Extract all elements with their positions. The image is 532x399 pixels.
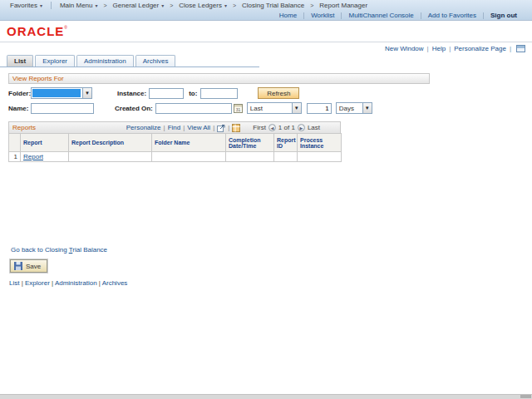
last-select[interactable]: Last ▼ (247, 102, 302, 114)
col-folder-name: Folder Name (152, 134, 226, 152)
folder-select[interactable]: ▼ (31, 87, 92, 99)
to-label: to: (189, 90, 197, 97)
save-button[interactable]: Save (10, 259, 47, 273)
reports-table: Report Report Description Folder Name Co… (8, 133, 342, 162)
main-menu-label: Main Menu (60, 2, 93, 9)
breadcrumb: Favorites ▾ Main Menu ▾ > General Ledger… (0, 0, 532, 11)
instance-label: Instance: (117, 90, 146, 97)
brand-bar: ORACLE® (0, 21, 532, 42)
tab-archives[interactable]: Archives (135, 55, 176, 66)
tab-administration[interactable]: Administration (76, 55, 134, 66)
go-back-text-end: rial Balance (72, 246, 107, 254)
footer-administration-link[interactable]: Administration (55, 279, 97, 287)
dropdown-arrow-icon[interactable]: ▼ (362, 103, 372, 113)
horizontal-scrollbar[interactable] (0, 394, 532, 399)
refresh-button[interactable]: Refresh (258, 87, 299, 99)
report-id-cell (274, 152, 298, 162)
table-row: 1 Report (9, 152, 342, 162)
save-icon (14, 262, 22, 270)
table-header-row: Report Report Description Folder Name Co… (9, 134, 342, 152)
close-ledgers-label: Close Ledgers (179, 2, 222, 9)
utility-separator: | (449, 45, 451, 52)
description-cell (69, 152, 152, 162)
name-input[interactable] (31, 103, 94, 114)
breadcrumb-main-menu[interactable]: Main Menu ▾ (57, 2, 101, 9)
filter-row-2: Name: Created On: 31 Last ▼ Days ▼ (8, 102, 430, 114)
breadcrumb-report-manager: Report Manager (316, 2, 371, 9)
footer-archives-link[interactable]: Archives (102, 279, 128, 287)
sign-out-link[interactable]: Sign out (484, 12, 524, 19)
folder-label: Folder: (8, 90, 31, 97)
worklist-link[interactable]: Worklist (304, 12, 341, 19)
name-label: Name: (8, 105, 31, 112)
find-link[interactable]: Find (168, 124, 181, 131)
last-select-value: Last (248, 105, 292, 112)
dropdown-arrow-icon[interactable]: ▼ (82, 88, 91, 98)
toolbar-separator: | (213, 124, 214, 131)
help-link[interactable]: Help (432, 45, 446, 52)
tab-explorer[interactable]: Explorer (35, 55, 75, 66)
toolbar-separator: | (228, 124, 229, 131)
pager-next-icon[interactable]: ▶ (298, 124, 305, 131)
breadcrumb-close-ledgers[interactable]: Close Ledgers ▾ (175, 2, 230, 9)
view-all-link[interactable]: View All (187, 124, 210, 131)
grid-pager: First ◀ 1 of 1 ▶ Last (253, 124, 320, 131)
report-cell: Report (21, 152, 69, 162)
footer-links: List | Explorer | Administration | Archi… (9, 279, 532, 287)
breadcrumb-divider (51, 2, 52, 9)
download-icon[interactable] (232, 124, 240, 132)
chevron-down-icon: ▾ (96, 3, 98, 8)
add-to-favorites-link[interactable]: Add to Favorites (421, 12, 483, 19)
new-window-icon[interactable] (516, 45, 525, 52)
created-on-input[interactable] (155, 103, 232, 114)
reports-grid: Reports Personalize | Find | View All | … (8, 121, 341, 162)
zoom-grid-icon[interactable] (217, 124, 225, 132)
col-report-id: Report ID (274, 134, 298, 152)
created-on-label: Created On: (115, 105, 153, 112)
favorites-label: Favorites (10, 2, 37, 9)
tab-list[interactable]: List (7, 55, 33, 66)
save-button-label: Save (26, 263, 41, 270)
toolbar-separator: | (164, 124, 165, 131)
utility-separator: | (510, 45, 511, 52)
pager-status: 1 of 1 (278, 124, 295, 131)
footer-explorer-link[interactable]: Explorer (25, 279, 50, 287)
row-number-header (9, 134, 21, 152)
instance-to-input[interactable] (200, 88, 238, 99)
personalize-link[interactable]: Personalize (126, 124, 161, 131)
go-back-link[interactable]: Go back to Closing Trial Balance (11, 246, 107, 254)
oracle-logo: ORACLE (7, 25, 64, 37)
completion-cell (226, 152, 274, 162)
calendar-icon[interactable]: 31 (234, 103, 243, 113)
view-reports-groupbox: View Reports For Folder: ▼ Instance: to:… (8, 73, 430, 114)
personalize-page-link[interactable]: Personalize Page (454, 45, 506, 52)
report-link[interactable]: Report (23, 153, 43, 160)
footer-list-link[interactable]: List (9, 279, 19, 287)
scrollbar-thumb[interactable] (520, 395, 531, 398)
filter-row-1: Folder: ▼ Instance: to: Refresh (8, 87, 430, 99)
general-ledger-label: General Ledger (113, 2, 160, 9)
tab-bar: List Explorer Administration Archives (0, 55, 259, 67)
days-unit-select[interactable]: Days ▼ (336, 102, 372, 114)
page-utility-links: New Window | Help | Personalize Page | (0, 42, 532, 53)
col-completion-datetime: Completion Date/Time (226, 134, 274, 152)
chevron-down-icon: ▾ (224, 3, 227, 8)
breadcrumb-general-ledger[interactable]: General Ledger ▾ (110, 2, 168, 9)
row-number-cell: 1 (9, 152, 21, 162)
days-unit-value: Days (337, 105, 362, 112)
days-count-input[interactable] (307, 103, 332, 114)
go-back-text: Go back to Closing (11, 246, 69, 254)
home-link[interactable]: Home (273, 12, 303, 19)
favorites-menu[interactable]: Favorites ▾ (7, 2, 46, 9)
process-instance-cell (298, 152, 342, 162)
pager-previous-icon[interactable]: ◀ (268, 124, 276, 131)
breadcrumb-closing-trial-balance[interactable]: Closing Trial Balance (239, 2, 308, 9)
top-navigation-bar: Favorites ▾ Main Menu ▾ > General Ledger… (0, 0, 532, 21)
col-report-description: Report Description (69, 134, 152, 152)
multichannel-console-link[interactable]: MultiChannel Console (342, 12, 420, 19)
dropdown-arrow-icon[interactable]: ▼ (292, 103, 301, 113)
breadcrumb-separator: > (170, 2, 173, 8)
new-window-link[interactable]: New Window (385, 45, 424, 52)
pager-first-label: First (253, 124, 266, 131)
instance-from-input[interactable] (149, 88, 184, 99)
